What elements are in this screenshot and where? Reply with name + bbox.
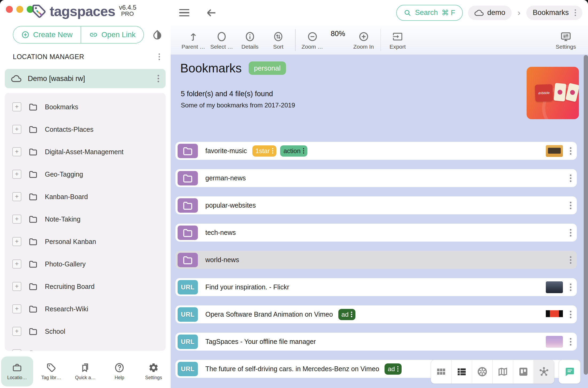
breadcrumb-menu-icon[interactable] bbox=[575, 9, 576, 16]
expand-icon[interactable] bbox=[12, 192, 21, 201]
tag-ad[interactable]: ad bbox=[338, 309, 355, 320]
minimize-window-button[interactable] bbox=[16, 6, 23, 13]
nav-locations[interactable]: Locatio… bbox=[1, 356, 33, 386]
folder-row-tech-news[interactable]: tech-news bbox=[175, 224, 577, 242]
back-arrow-icon[interactable] bbox=[205, 7, 217, 19]
grid-view-button[interactable] bbox=[431, 360, 452, 383]
tag-menu-icon[interactable] bbox=[351, 312, 352, 317]
entry-menu-icon[interactable] bbox=[570, 147, 571, 155]
expand-icon[interactable] bbox=[12, 349, 21, 351]
close-window-button[interactable] bbox=[6, 6, 13, 13]
expand-icon[interactable] bbox=[12, 147, 21, 156]
graph-icon bbox=[538, 366, 550, 378]
breadcrumb-location-chip[interactable]: demo bbox=[468, 6, 512, 20]
list-view-button[interactable] bbox=[452, 360, 472, 383]
expand-icon[interactable] bbox=[12, 170, 21, 179]
entry-name: german-news bbox=[205, 174, 246, 182]
tree-item-school[interactable]: School bbox=[5, 320, 166, 343]
folder-row-world-news[interactable]: world-news bbox=[175, 251, 577, 269]
tag-action[interactable]: action bbox=[280, 145, 307, 157]
sort-button[interactable]: Sort bbox=[264, 30, 292, 50]
expand-icon[interactable] bbox=[12, 102, 21, 111]
toolbar-label: Zoom … bbox=[301, 44, 323, 50]
expand-icon[interactable] bbox=[12, 215, 21, 224]
chat-button[interactable] bbox=[559, 360, 581, 384]
map-perspective-button[interactable] bbox=[493, 360, 513, 383]
folder-icon bbox=[182, 200, 193, 211]
tag-menu-icon[interactable] bbox=[303, 148, 304, 154]
help-icon bbox=[114, 362, 125, 373]
location-manager-menu-icon[interactable] bbox=[159, 53, 160, 60]
tree-item-geo-tagging[interactable]: Geo-Tagging bbox=[5, 163, 166, 185]
expand-icon[interactable] bbox=[12, 304, 21, 313]
nav-settings[interactable]: Settings bbox=[138, 356, 170, 386]
entry-menu-icon[interactable] bbox=[570, 229, 571, 236]
file-row-flickr[interactable]: URL Find your inspiration. - Flickr bbox=[175, 278, 577, 296]
map-icon bbox=[497, 366, 508, 377]
location-menu-icon[interactable] bbox=[158, 75, 159, 82]
menu-hamburger-icon[interactable] bbox=[178, 8, 190, 18]
tree-item-photo-gallery[interactable]: Photo-Gallery bbox=[5, 253, 166, 275]
tag-label: ad bbox=[342, 311, 349, 318]
entry-menu-icon[interactable] bbox=[570, 202, 571, 209]
folder-row-popular-websites[interactable]: popular-websites bbox=[175, 196, 577, 214]
theme-toggle-icon[interactable] bbox=[151, 29, 163, 41]
tag-1star[interactable]: 1star bbox=[252, 145, 277, 157]
vertical-scrollbar[interactable] bbox=[584, 55, 588, 375]
expand-icon[interactable] bbox=[12, 327, 21, 336]
folder-icon bbox=[28, 304, 38, 314]
nav-tag-library[interactable]: Tag libr… bbox=[35, 356, 67, 386]
entry-thumbnail bbox=[546, 336, 563, 348]
create-new-button[interactable]: Create New bbox=[13, 26, 81, 43]
folder-thumbnail: dribbble bbox=[527, 67, 579, 119]
zoom-in-button[interactable]: Zoom In bbox=[350, 30, 378, 50]
details-button[interactable]: Details bbox=[236, 30, 264, 50]
tree-item-recruiting-board[interactable]: Recruiting Board bbox=[5, 275, 166, 298]
entry-menu-icon[interactable] bbox=[570, 256, 571, 264]
export-button[interactable]: Export bbox=[383, 30, 412, 50]
entry-menu-icon[interactable] bbox=[570, 311, 571, 318]
search-button[interactable]: Search ⌘ F bbox=[396, 5, 463, 21]
parent-directory-button[interactable]: Parent … bbox=[179, 30, 207, 50]
entry-menu-icon[interactable] bbox=[570, 338, 571, 346]
file-row-opera[interactable]: URL Opera Software Brand Animation on Vi… bbox=[175, 305, 577, 323]
folder-tag-personal[interactable]: personal bbox=[249, 61, 286, 75]
entry-menu-icon[interactable] bbox=[570, 284, 571, 291]
entry-menu-icon[interactable] bbox=[570, 174, 571, 182]
tree-item-personal-kanban[interactable]: Personal Kanban bbox=[5, 230, 166, 253]
graph-perspective-button[interactable] bbox=[534, 360, 554, 383]
kanban-perspective-button[interactable] bbox=[513, 360, 534, 383]
tree-item-kanban-board[interactable]: Kanban-Board bbox=[5, 185, 166, 208]
tree-item-bookmarks[interactable]: Bookmarks bbox=[5, 96, 166, 118]
tree-item-note-taking[interactable]: Note-Taking bbox=[5, 208, 166, 230]
expand-icon[interactable] bbox=[12, 125, 21, 134]
tree-item-research-wiki[interactable]: Research-Wiki bbox=[5, 298, 166, 320]
tag-menu-icon[interactable] bbox=[272, 148, 273, 154]
breadcrumb-separator: › bbox=[517, 8, 521, 18]
location-item-demo[interactable]: Demo [wasabi rw] bbox=[5, 69, 166, 88]
folder-row-german-news[interactable]: german-news bbox=[175, 169, 577, 187]
nav-quick-access[interactable]: Quick a… bbox=[69, 356, 101, 386]
tree-item-label: Web-Clipping-Inbox bbox=[45, 350, 103, 351]
zoom-out-button[interactable]: Zoom … bbox=[298, 30, 327, 50]
tree-item-contacts-places[interactable]: Contacts-Places bbox=[5, 118, 166, 141]
tag-menu-icon[interactable] bbox=[397, 366, 399, 372]
nav-help[interactable]: Help bbox=[103, 356, 135, 386]
perspective-settings-button[interactable]: Settings bbox=[552, 30, 580, 50]
expand-icon[interactable] bbox=[12, 259, 21, 269]
tree-item-web-clipping-inbox[interactable]: Web-Clipping-Inbox bbox=[5, 343, 166, 351]
grid-view-icon bbox=[436, 366, 446, 377]
ticket-illustration: dribbble bbox=[535, 84, 553, 102]
gallery-perspective-button[interactable] bbox=[472, 360, 493, 383]
briefcase-icon bbox=[12, 362, 22, 373]
select-all-button[interactable]: Select … bbox=[207, 30, 236, 50]
breadcrumb-folder-chip[interactable]: Bookmarks bbox=[526, 6, 582, 20]
tag-ad[interactable]: ad bbox=[385, 363, 402, 375]
edition-label: PRO bbox=[121, 11, 136, 17]
open-link-button[interactable]: Open Link bbox=[81, 26, 144, 43]
folder-row-favorite-music[interactable]: favorite-music 1star action bbox=[175, 142, 577, 160]
file-row-tagspaces[interactable]: URL TagSpaces - Your offline file manage… bbox=[175, 333, 577, 351]
tree-item-digital-asset-management[interactable]: Digital-Asset-Management bbox=[5, 141, 166, 163]
expand-icon[interactable] bbox=[12, 237, 21, 246]
expand-icon[interactable] bbox=[12, 282, 21, 291]
